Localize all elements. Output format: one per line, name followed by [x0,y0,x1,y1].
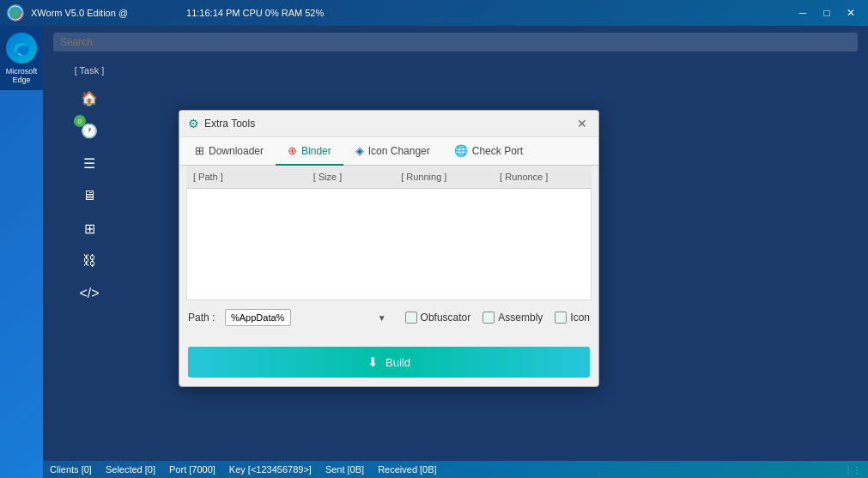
edge-label: MicrosoftEdge [6,67,38,84]
status-clients: Clients [0] [50,464,92,475]
col-runonce: [ Runonce ] [493,169,592,185]
col-running: [ Running ] [394,169,493,185]
tab-icon-changer[interactable]: ◈ Icon Changer [343,137,442,166]
tab-icon-changer-label: Icon Changer [368,145,430,157]
sidebar: [ Task ] 🏠 🕐 0 ☰ 🖥 ⊞ ⛓ </> [43,58,136,461]
status-sent: Sent [0B] [325,464,364,475]
table-body [186,189,592,300]
status-bar: Clients [0] Selected [0] Port [7000] Key… [43,461,868,478]
build-row: ⬇ Build [179,342,598,386]
search-input[interactable] [53,33,858,51]
assembly-checkbox[interactable] [483,312,495,324]
system-stats: 11:16:14 PM CPU 0% RAM 52% [186,8,324,18]
bottom-controls: Path : %AppData% %Temp% %System% ▼ Obfus… [179,300,598,342]
status-selected: Selected [0] [106,464,155,475]
icon-checkbox-item[interactable]: Icon [555,312,590,324]
tabs-bar: ⊞ Downloader ⊕ Binder ◈ Icon Changer 🌐 C… [179,137,598,166]
main-window: [ Task ] 🏠 🕐 0 ☰ 🖥 ⊞ ⛓ </> [43,26,868,461]
assembly-label: Assembly [498,312,543,324]
tab-binder[interactable]: ⊕ Binder [276,137,343,166]
check-port-icon: 🌐 [454,144,468,157]
app-title: XWorm V5.0 Edition @ [31,8,128,18]
build-label: Build [385,356,410,369]
dialog-close-button[interactable]: ✕ [574,116,590,131]
status-key: Key [<123456789>] [229,464,312,475]
tab-downloader[interactable]: ⊞ Downloader [183,137,276,166]
sidebar-item-home[interactable]: 🏠 [76,84,103,112]
minimize-button[interactable]: ─ [792,5,813,21]
table-header: [ Path ] [ Size ] [ Running ] [ Runonce … [186,166,592,189]
icon-checkbox[interactable] [555,312,567,324]
status-port: Port [7000] [169,464,215,475]
icon-label: Icon [570,312,590,324]
downloader-icon: ⊞ [195,144,204,157]
col-path: [ Path ] [186,169,307,185]
sidebar-item-list[interactable]: ☰ [76,149,103,177]
obfuscator-checkbox[interactable] [405,312,417,324]
build-button[interactable]: ⬇ Build [188,347,590,378]
tab-downloader-label: Downloader [209,145,264,157]
path-select[interactable]: %AppData% %Temp% %System% [225,309,291,326]
resize-handle: ⋮⋮ [844,465,861,475]
select-arrow-icon: ▼ [378,313,386,323]
download-icon: ⬇ [367,354,379,370]
tab-check-port[interactable]: 🌐 Check Port [442,137,535,166]
path-label: Path : [188,312,218,324]
tab-binder-label: Binder [301,145,331,157]
col-size: [ Size ] [307,169,395,185]
clock-badge: 0 [74,115,86,127]
binder-icon: ⊕ [288,144,297,157]
content-area: ⚙ Extra Tools ✕ ⊞ Downloader ⊕ Binder ◈ … [136,58,868,461]
icon-changer-icon: ◈ [355,144,364,157]
edge-icon-area[interactable]: MicrosoftEdge [0,26,43,90]
assembly-checkbox-item[interactable]: Assembly [483,312,543,324]
table-area: [ Path ] [ Size ] [ Running ] [ Runonce … [179,166,598,300]
tools-icon: ⚙ [188,117,199,130]
obfuscator-checkbox-item[interactable]: Obfuscator [405,312,471,324]
dialog-title: Extra Tools [204,118,255,130]
edge-logo [6,33,37,64]
maximize-button[interactable]: □ [816,5,837,21]
taskbar: XWorm V5.0 Edition @ 11:16:14 PM CPU 0% … [0,0,868,26]
checkboxes-row: Obfuscator Assembly Icon [405,312,590,324]
path-select-wrapper: %AppData% %Temp% %System% ▼ [225,309,392,326]
sidebar-item-grid[interactable]: ⊞ [76,215,103,242]
sidebar-item-code[interactable]: </> [76,280,103,307]
window-controls: ─ □ ✕ [792,5,861,21]
close-button[interactable]: ✕ [841,5,861,21]
sidebar-task-label: [ Task ] [75,65,105,76]
app-logo [7,4,24,21]
dialog-title-left: ⚙ Extra Tools [188,117,255,130]
sidebar-item-clock[interactable]: 🕐 0 [76,117,103,144]
obfuscator-label: Obfuscator [421,312,471,324]
sidebar-item-monitor[interactable]: 🖥 [76,182,103,209]
path-row: Path : %AppData% %Temp% %System% ▼ Obfus… [188,309,590,326]
tab-check-port-label: Check Port [472,145,523,157]
dialog-titlebar: ⚙ Extra Tools ✕ [179,111,598,137]
sidebar-item-network[interactable]: ⛓ [76,247,103,275]
extra-tools-dialog: ⚙ Extra Tools ✕ ⊞ Downloader ⊕ Binder ◈ … [179,110,599,387]
status-received: Received [0B] [378,464,436,475]
